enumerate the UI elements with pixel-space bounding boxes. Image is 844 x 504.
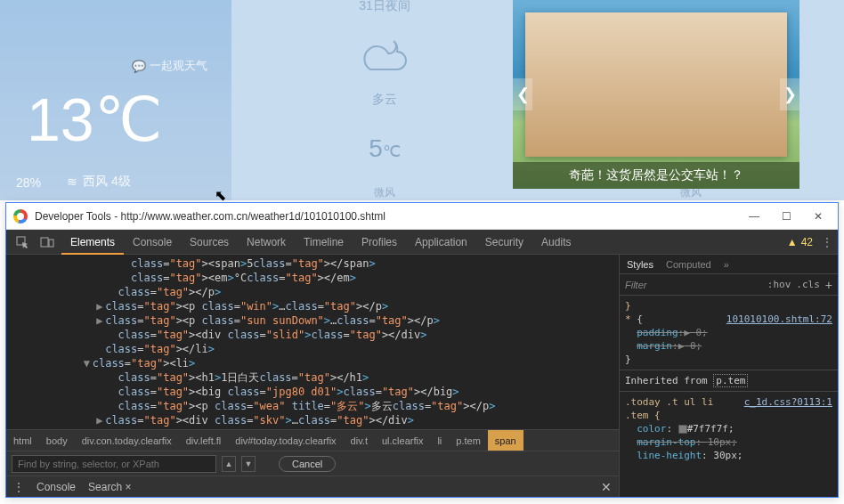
- breadcrumb[interactable]: htmlbodydiv.con.today.clearfixdiv.left.f…: [6, 429, 619, 451]
- styles-rules[interactable]: } * { 101010100.shtml:72 padding:▶ 0; ma…: [620, 296, 838, 497]
- humidity-value: 28%: [16, 175, 41, 190]
- dom-node[interactable]: class="tag"><div class="slid">class="tag…: [6, 328, 619, 342]
- current-temperature: 13℃: [27, 85, 162, 155]
- drawer-tab-search[interactable]: Search ×: [88, 481, 131, 493]
- tab-console[interactable]: Console: [124, 230, 181, 255]
- dom-node[interactable]: class="tag"></li>: [6, 342, 619, 356]
- styles-filter-row: Filter :hov .cls +: [620, 274, 838, 296]
- dom-tree[interactable]: class="tag"><span>5class="tag"></span> c…: [6, 255, 619, 429]
- ad-caption: 奇葩！这货居然是公交车站！？: [513, 162, 799, 189]
- forecast-temp: 5℃: [231, 134, 538, 163]
- drawer-menu-icon[interactable]: ⋮: [13, 481, 24, 493]
- maximize-button[interactable]: ☐: [774, 207, 799, 225]
- drawer-tab-console[interactable]: Console: [37, 481, 76, 493]
- styles-tabs: Styles Computed »: [620, 255, 838, 274]
- drawer-close-icon[interactable]: ✕: [601, 480, 612, 494]
- tab-elements[interactable]: Elements: [61, 230, 124, 255]
- tab-styles[interactable]: Styles: [627, 259, 653, 270]
- warnings-badge[interactable]: ▲ 42: [787, 236, 813, 248]
- dom-node[interactable]: class="tag"><big class="jpg80 d01">class…: [6, 385, 619, 399]
- tab-application[interactable]: Application: [406, 230, 476, 255]
- breadcrumb-item[interactable]: div.left.fl: [179, 430, 229, 451]
- new-rule-button[interactable]: +: [825, 278, 832, 292]
- dom-node[interactable]: class="tag"><em>°Cclass="tag"></em>: [6, 271, 619, 285]
- filter-input[interactable]: Filter: [625, 280, 762, 290]
- comment-icon: 💬: [132, 60, 146, 73]
- watch-weather-link[interactable]: 💬 一起观天气: [132, 58, 207, 74]
- devtools-window: Developer Tools - http://www.weather.com…: [5, 202, 839, 498]
- window-titlebar: Developer Tools - http://www.weather.com…: [6, 203, 838, 230]
- minimize-button[interactable]: —: [742, 207, 767, 225]
- wind-icon: ≋: [67, 175, 77, 189]
- wind-value: 西风 4级: [83, 174, 131, 190]
- forecast-day-header: 31日夜间: [231, 0, 538, 14]
- forecast-desc: 多云: [231, 92, 538, 108]
- dom-node[interactable]: ▶class="tag"><p class="win">…class="tag"…: [6, 299, 619, 313]
- tab-timeline[interactable]: Timeline: [295, 230, 353, 255]
- tab-sources[interactable]: Sources: [181, 230, 238, 255]
- dom-node[interactable]: class="tag"><h1>1日白天class="tag"></h1>: [6, 370, 619, 385]
- devtools-menu-icon[interactable]: ⋮: [822, 236, 832, 248]
- dom-node[interactable]: class="tag"><p class="wea" title="多云">多云…: [6, 399, 619, 413]
- weather-current-panel: 💬 一起观天气 13℃ 28% ≋ 西风 4级: [0, 0, 231, 200]
- carousel-next-button[interactable]: ❯: [780, 78, 799, 110]
- inspect-element-icon[interactable]: [12, 232, 33, 253]
- tab-computed[interactable]: Computed: [666, 259, 711, 270]
- tab-profiles[interactable]: Profiles: [353, 230, 406, 255]
- svg-rect-3: [49, 240, 53, 247]
- warning-icon: ▲: [787, 236, 798, 248]
- svg-rect-2: [41, 238, 48, 247]
- breadcrumb-item[interactable]: span: [488, 430, 523, 451]
- device-toolbar-icon[interactable]: [37, 232, 58, 253]
- search-next-button[interactable]: ▼: [241, 456, 256, 472]
- cancel-button[interactable]: Cancel: [279, 456, 336, 472]
- breadcrumb-item[interactable]: li: [430, 430, 449, 451]
- search-prev-button[interactable]: ▲: [222, 456, 236, 472]
- dom-node[interactable]: class="tag"><span>5class="tag"></span>: [6, 256, 619, 271]
- search-bar: ▲ ▼ Cancel: [6, 451, 619, 476]
- tab-audits[interactable]: Audits: [532, 230, 580, 255]
- source-link[interactable]: c_1d.css?0113:1: [744, 395, 832, 409]
- styles-panel: Styles Computed » Filter :hov .cls + } *…: [619, 255, 838, 497]
- forecast-day: 31日夜间 多云 5℃ 微风: [231, 0, 538, 200]
- drawer-tabs: ⋮ Console Search × ✕: [6, 476, 619, 497]
- source-link[interactable]: 101010100.shtml:72: [726, 313, 832, 326]
- breadcrumb-item[interactable]: body: [39, 430, 75, 451]
- breadcrumb-item[interactable]: div#today.today.clearfix: [228, 430, 343, 451]
- tab-security[interactable]: Security: [476, 230, 532, 255]
- ad-carousel[interactable]: ❮ ❯ 奇葩！这货居然是公交车站！？: [513, 0, 799, 189]
- cloudy-night-icon: [231, 32, 538, 85]
- cls-toggle[interactable]: .cls: [796, 279, 820, 290]
- search-input[interactable]: [12, 455, 216, 473]
- wind-info: ≋ 西风 4级: [67, 174, 131, 190]
- more-tabs-icon[interactable]: »: [724, 259, 729, 270]
- breadcrumb-item[interactable]: ul.clearfix: [375, 430, 430, 451]
- close-button[interactable]: ✕: [806, 207, 831, 225]
- breadcrumb-item[interactable]: div.t: [344, 430, 375, 451]
- devtools-tabs: ElementsConsoleSourcesNetworkTimelinePro…: [6, 230, 838, 255]
- carousel-prev-button[interactable]: ❮: [513, 78, 532, 110]
- breadcrumb-item[interactable]: html: [6, 430, 39, 451]
- window-title: Developer Tools - http://www.weather.com…: [35, 210, 734, 223]
- chrome-icon: [13, 209, 28, 224]
- dom-node[interactable]: class="tag"></p>: [6, 285, 619, 299]
- breadcrumb-item[interactable]: p.tem: [449, 430, 488, 451]
- dom-node[interactable]: ▼class="tag"><li>: [6, 356, 619, 370]
- tab-network[interactable]: Network: [238, 230, 295, 255]
- hov-toggle[interactable]: :hov: [767, 279, 791, 290]
- dom-node[interactable]: ▶class="tag"><p class="sun sunDown">…cla…: [6, 313, 619, 328]
- breadcrumb-item[interactable]: div.con.today.clearfix: [75, 430, 179, 451]
- warnings-count: 42: [801, 236, 813, 248]
- dom-node[interactable]: ▶class="tag"><div class="skv">…class="ta…: [6, 413, 619, 427]
- forecast-wind: 微风: [231, 185, 538, 200]
- watch-weather-label: 一起观天气: [150, 58, 207, 74]
